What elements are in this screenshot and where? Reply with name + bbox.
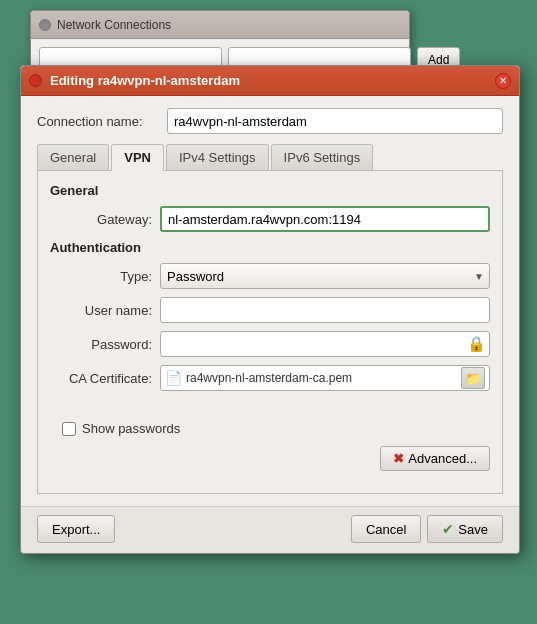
- tab-ipv6[interactable]: IPv6 Settings: [271, 144, 374, 170]
- dialog-close-button[interactable]: ✕: [495, 73, 511, 89]
- save-button[interactable]: ✔ Save: [427, 515, 503, 543]
- password-label: Password:: [50, 337, 160, 352]
- save-label: Save: [458, 522, 488, 537]
- cert-file-icon: 📄: [165, 370, 182, 386]
- connection-name-label: Connection name:: [37, 114, 167, 129]
- username-row: User name:: [50, 297, 490, 323]
- tab-vpn[interactable]: VPN: [111, 144, 164, 171]
- username-label: User name:: [50, 303, 160, 318]
- advanced-label: Advanced...: [408, 451, 477, 466]
- dialog-footer: Export... Cancel ✔ Save: [21, 506, 519, 553]
- gateway-input[interactable]: [160, 206, 490, 232]
- advanced-row: ✖ Advanced...: [50, 446, 490, 471]
- edit-connection-dialog: Editing ra4wvpn-nl-amsterdam ✕ Connectio…: [20, 65, 520, 554]
- bg-titlebar: Network Connections: [31, 11, 409, 39]
- type-row: Type: Password ▼: [50, 263, 490, 289]
- password-input-wrap: 🔒: [160, 331, 490, 357]
- type-select[interactable]: Password: [160, 263, 490, 289]
- save-check-icon: ✔: [442, 521, 454, 537]
- bg-window-title: Network Connections: [57, 18, 401, 32]
- dialog-titlebar: Editing ra4wvpn-nl-amsterdam ✕: [21, 66, 519, 96]
- dialog-dot: [29, 74, 42, 87]
- footer-left: Export...: [37, 515, 115, 543]
- password-input[interactable]: [160, 331, 490, 357]
- ca-cert-label: CA Certificate:: [50, 371, 160, 386]
- password-row: Password: 🔒: [50, 331, 490, 357]
- tab-ipv4[interactable]: IPv4 Settings: [166, 144, 269, 170]
- type-select-wrap: Password ▼: [160, 263, 490, 289]
- show-passwords-checkbox[interactable]: [62, 422, 76, 436]
- type-label: Type:: [50, 269, 160, 284]
- bg-window-dot: [39, 19, 51, 31]
- dialog-body: Connection name: General VPN IPv4 Settin…: [21, 96, 519, 506]
- ca-cert-row: CA Certificate: 📄 ra4wvpn-nl-amsterdam-c…: [50, 365, 490, 391]
- footer-right: Cancel ✔ Save: [351, 515, 503, 543]
- advanced-button[interactable]: ✖ Advanced...: [380, 446, 490, 471]
- vpn-tab-content: General Gateway: Authentication Type: Pa…: [37, 171, 503, 494]
- general-section-title: General: [50, 183, 490, 198]
- username-input[interactable]: [160, 297, 490, 323]
- show-passwords-label: Show passwords: [82, 421, 180, 436]
- connection-name-input[interactable]: [167, 108, 503, 134]
- tab-bar: General VPN IPv4 Settings IPv6 Settings: [37, 144, 503, 171]
- auth-section-title: Authentication: [50, 240, 490, 255]
- gateway-label: Gateway:: [50, 212, 160, 227]
- password-lock-icon: 🔒: [467, 335, 486, 353]
- cancel-button[interactable]: Cancel: [351, 515, 421, 543]
- tab-general[interactable]: General: [37, 144, 109, 170]
- ca-cert-wrap: 📄 ra4wvpn-nl-amsterdam-ca.pem 📁: [160, 365, 490, 391]
- gateway-row: Gateway:: [50, 206, 490, 232]
- ca-cert-value: ra4wvpn-nl-amsterdam-ca.pem: [186, 371, 459, 385]
- dialog-title: Editing ra4wvpn-nl-amsterdam: [50, 73, 240, 88]
- export-button[interactable]: Export...: [37, 515, 115, 543]
- show-passwords-row: Show passwords: [50, 421, 490, 436]
- ca-cert-browse-button[interactable]: 📁: [461, 367, 485, 389]
- connection-name-row: Connection name:: [37, 108, 503, 134]
- advanced-icon: ✖: [393, 451, 404, 466]
